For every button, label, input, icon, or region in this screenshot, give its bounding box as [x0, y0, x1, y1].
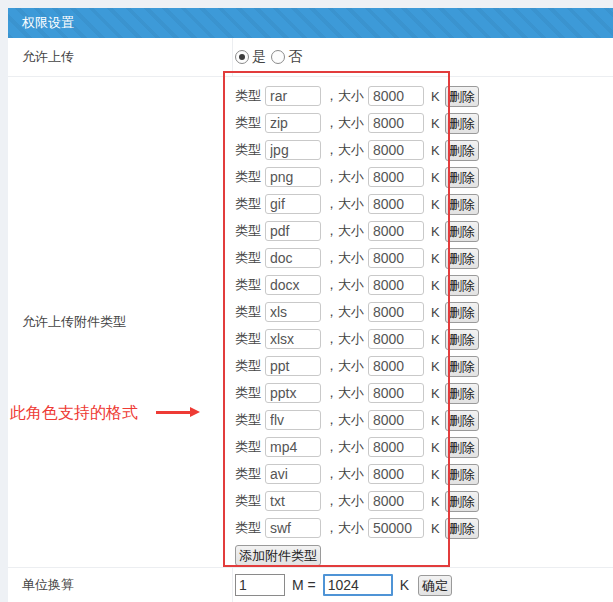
- size-unit: K: [431, 116, 440, 131]
- size-unit: K: [431, 413, 440, 428]
- delete-button[interactable]: 删除: [445, 329, 479, 350]
- attachment-type-item: 类型 ，大小 K 删除: [235, 382, 613, 404]
- type-prefix: 类型: [235, 411, 261, 429]
- delete-button[interactable]: 删除: [445, 383, 479, 404]
- type-prefix: 类型: [235, 276, 261, 294]
- type-input[interactable]: [265, 437, 321, 457]
- attachment-type-item: 类型 ，大小 K 删除: [235, 490, 613, 512]
- type-prefix: 类型: [235, 195, 261, 213]
- size-input[interactable]: [368, 275, 424, 295]
- size-input[interactable]: [368, 194, 424, 214]
- type-prefix: 类型: [235, 438, 261, 456]
- size-input[interactable]: [368, 113, 424, 133]
- attachment-types-label: 允许上传附件类型: [8, 77, 233, 567]
- type-input[interactable]: [265, 113, 321, 133]
- size-prefix: ，大小: [325, 492, 364, 510]
- type-input[interactable]: [265, 329, 321, 349]
- delete-button[interactable]: 删除: [445, 113, 479, 134]
- type-input[interactable]: [265, 140, 321, 160]
- size-unit: K: [431, 197, 440, 212]
- size-input[interactable]: [368, 302, 424, 322]
- type-prefix: 类型: [235, 87, 261, 105]
- size-unit: K: [431, 467, 440, 482]
- size-input[interactable]: [368, 221, 424, 241]
- size-input[interactable]: [368, 356, 424, 376]
- delete-button[interactable]: 删除: [445, 302, 479, 323]
- type-prefix: 类型: [235, 519, 261, 537]
- size-input[interactable]: [368, 167, 424, 187]
- size-input[interactable]: [368, 248, 424, 268]
- delete-button[interactable]: 删除: [445, 491, 479, 512]
- delete-button[interactable]: 删除: [445, 221, 479, 242]
- size-unit: K: [431, 440, 440, 455]
- size-input[interactable]: [368, 86, 424, 106]
- type-input[interactable]: [265, 464, 321, 484]
- delete-button[interactable]: 删除: [445, 356, 479, 377]
- attachment-type-item: 类型 ，大小 K 删除: [235, 139, 613, 161]
- size-prefix: ，大小: [325, 411, 364, 429]
- delete-button[interactable]: 删除: [445, 140, 479, 161]
- size-prefix: ，大小: [325, 114, 364, 132]
- type-input[interactable]: [265, 221, 321, 241]
- type-input[interactable]: [265, 167, 321, 187]
- type-input[interactable]: [265, 383, 321, 403]
- type-prefix: 类型: [235, 168, 261, 186]
- unit-conversion-row: 单位换算 M = K 确定: [8, 568, 613, 602]
- size-input[interactable]: [368, 491, 424, 511]
- add-attachment-type-button[interactable]: 添加附件类型: [235, 545, 321, 566]
- type-input[interactable]: [265, 194, 321, 214]
- type-prefix: 类型: [235, 492, 261, 510]
- size-prefix: ，大小: [325, 303, 364, 321]
- confirm-button[interactable]: 确定: [418, 575, 452, 596]
- type-prefix: 类型: [235, 384, 261, 402]
- type-input[interactable]: [265, 410, 321, 430]
- size-input[interactable]: [368, 383, 424, 403]
- radio-no-icon[interactable]: [271, 50, 285, 64]
- delete-button[interactable]: 删除: [445, 437, 479, 458]
- type-input[interactable]: [265, 275, 321, 295]
- radio-option-no[interactable]: 否: [271, 48, 302, 66]
- size-input[interactable]: [368, 140, 424, 160]
- radio-yes-label: 是: [252, 48, 266, 66]
- delete-button[interactable]: 删除: [445, 410, 479, 431]
- delete-button[interactable]: 删除: [445, 194, 479, 215]
- type-prefix: 类型: [235, 357, 261, 375]
- size-prefix: ，大小: [325, 249, 364, 267]
- attachment-type-item: 类型 ，大小 K 删除: [235, 517, 613, 539]
- size-input[interactable]: [368, 518, 424, 538]
- megabyte-input[interactable]: [235, 574, 285, 596]
- size-input[interactable]: [368, 329, 424, 349]
- delete-button[interactable]: 删除: [445, 167, 479, 188]
- attachment-type-item: 类型 ，大小 K 删除: [235, 220, 613, 242]
- radio-option-yes[interactable]: 是: [235, 48, 266, 66]
- size-input[interactable]: [368, 464, 424, 484]
- size-unit: K: [431, 89, 440, 104]
- size-prefix: ，大小: [325, 384, 364, 402]
- size-unit: K: [431, 494, 440, 509]
- kilobyte-input[interactable]: [323, 574, 393, 596]
- type-input[interactable]: [265, 302, 321, 322]
- delete-button[interactable]: 删除: [445, 248, 479, 269]
- type-input[interactable]: [265, 518, 321, 538]
- type-input[interactable]: [265, 356, 321, 376]
- delete-button[interactable]: 删除: [445, 518, 479, 539]
- attachment-type-item: 类型 ，大小 K 删除: [235, 301, 613, 323]
- delete-button[interactable]: 删除: [445, 86, 479, 107]
- permission-settings-panel: 权限设置 允许上传 是 否 允许上传附件类型 类型 ，大小 K 删除: [8, 8, 613, 602]
- type-input[interactable]: [265, 86, 321, 106]
- attachment-type-item: 类型 ，大小 K 删除: [235, 274, 613, 296]
- delete-button[interactable]: 删除: [445, 275, 479, 296]
- size-prefix: ，大小: [325, 195, 364, 213]
- type-input[interactable]: [265, 491, 321, 511]
- type-input[interactable]: [265, 248, 321, 268]
- delete-button[interactable]: 删除: [445, 464, 479, 485]
- attachment-types-row: 允许上传附件类型 类型 ，大小 K 删除 类型 ，大小 K 删除 类型 ，大小 …: [8, 77, 613, 568]
- size-unit: K: [431, 386, 440, 401]
- attachment-type-item: 类型 ，大小 K 删除: [235, 166, 613, 188]
- radio-yes-icon[interactable]: [235, 50, 249, 64]
- attachment-type-item: 类型 ，大小 K 删除: [235, 436, 613, 458]
- radio-no-label: 否: [288, 48, 302, 66]
- size-prefix: ，大小: [325, 141, 364, 159]
- size-input[interactable]: [368, 410, 424, 430]
- size-input[interactable]: [368, 437, 424, 457]
